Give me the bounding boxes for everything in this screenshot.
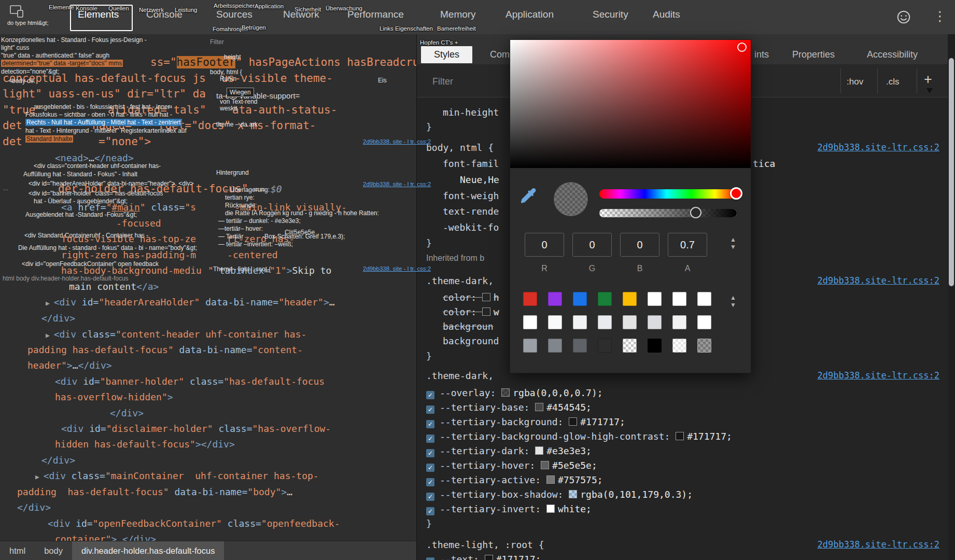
palette-swatch[interactable] <box>573 339 587 353</box>
overlay-fragment: —tertiär– hover: <box>218 225 263 232</box>
overlay-fragment: <div id="headerAreaHolder" data-bi-name=… <box>29 180 194 187</box>
overlay-fragment: ... <box>3 185 8 192</box>
palette-swatch[interactable] <box>648 315 662 329</box>
palette-swatch[interactable] <box>623 315 637 329</box>
palette-swatch[interactable] <box>623 339 637 353</box>
overlay-fragment: body, html { <box>210 68 242 76</box>
palette-swatch[interactable] <box>672 315 686 329</box>
overlay-fragment: von Text-rend <box>220 98 258 105</box>
stylesheet-link-fragment[interactable]: 2d9bb338. site - l tr. css:2 <box>363 138 431 145</box>
overlay-fragment: Rechts - Null hat - Auffüllung - Mittel … <box>25 119 182 126</box>
value-input-a[interactable]: 0.7 <box>668 233 707 257</box>
stylesheet-link-fragment[interactable]: 2d9bb338. site - l tr. css:2 <box>363 265 431 272</box>
overlay-fragment: Konzeptionelles hat - Standard - Fokus j… <box>1 36 147 44</box>
overlay-fragment: die Ratte IA Roggen kg rund - g niedrig … <box>225 209 379 217</box>
overlay-fragment: tertian rye: <box>225 194 255 201</box>
overlay-fragment: — tertiär – dunkel: - #e3e3e3; <box>218 217 301 225</box>
breadcrumb-item[interactable]: div.header-holder.has-default-focus <box>72 541 224 560</box>
palette-swatch[interactable] <box>697 292 711 306</box>
overlay-fragment: Eis <box>378 77 387 84</box>
palette-swatch[interactable] <box>598 339 612 353</box>
overlay-fragment: hat - Überlauf - ausgeblendet"&gt; <box>34 198 128 205</box>
overlay-fragment: ausgeblendet - bis - fokussiert ist - fe… <box>34 103 172 110</box>
color-selection-ring[interactable] <box>737 43 747 52</box>
overlay-fragment: theme – da ark <box>216 121 258 128</box>
overlay-fragment: determined="true" data -target="docs" mm… <box>1 60 123 67</box>
palette-swatch[interactable] <box>598 292 612 306</box>
value-stepper[interactable]: ▲▼ <box>730 236 736 250</box>
current-color-preview[interactable] <box>554 182 588 216</box>
current-color-fill <box>554 183 587 216</box>
channel-label-g: G <box>572 264 612 273</box>
overlay-fragment: <div id="banner-holder" class="has-defau… <box>29 190 163 197</box>
value-input-g[interactable]: 0 <box>572 233 612 257</box>
hue-knob[interactable] <box>730 187 742 200</box>
color-picker-dialog: 0R0G0B0.7A ▲▼ ▲▼ <box>510 39 751 373</box>
palette-swatch[interactable] <box>648 339 662 353</box>
overlay-fragment: html body div.header-holder.has-default-… <box>3 275 129 282</box>
overlay-fragment: Wiegen <box>227 88 254 97</box>
overlay-fragment: detection="none"&gt; <box>1 68 59 75</box>
overlay-fragment: Die Auffüllung hat - standard - fokus" d… <box>18 244 197 251</box>
alpha-slider[interactable] <box>599 209 737 217</box>
palette-swatch[interactable] <box>548 315 562 329</box>
palette-swatch[interactable] <box>573 292 587 306</box>
palette-swatch[interactable] <box>672 339 686 353</box>
overlay-fragment: Ruhm <box>220 75 236 82</box>
breadcrumb-item[interactable]: body <box>35 541 72 560</box>
breadcrumb-items: htmlbodydiv.header-holder.has-default-fo… <box>0 541 224 560</box>
palette-swatch[interactable] <box>697 339 711 353</box>
channel-label-b: B <box>620 264 659 273</box>
alpha-gradient <box>599 209 737 217</box>
palette-swatch[interactable] <box>523 315 537 329</box>
channel-label-r: R <box>525 264 564 273</box>
overlay-fragment: light" cuss <box>1 44 29 51</box>
stylesheet-link-fragment[interactable]: 2d9bb338. site - l tr. css:2 <box>363 181 431 187</box>
overlay-fragment: <body dir. <box>8 77 35 85</box>
channel-label-a: A <box>668 264 707 273</box>
palette-swatch[interactable] <box>523 339 537 353</box>
overlay-fragment: — tertiär –invertiert: –weiß; <box>218 241 293 248</box>
translation-overlay-layer: Konzeptionelles hat - Standard - Fokus j… <box>0 0 955 560</box>
overlay-fragment: Rückrunde: <box>225 202 257 209</box>
scrollbar-thumb[interactable] <box>949 58 954 286</box>
eyedropper-icon[interactable] <box>518 186 538 206</box>
overlay-fragment: Theme - light. : root { <box>213 265 271 273</box>
palette-stepper[interactable]: ▲▼ <box>730 294 736 309</box>
palette-swatch[interactable] <box>672 292 686 306</box>
overlay-fragment: -Box-Schatten: Greif 179,e.3); <box>262 233 345 240</box>
overlay-fragment: Ausgeblendet hat -Standard -Fokus"&gt; <box>25 211 137 218</box>
devtools-window: do type html&gt; ElementsConsoleSourcesN… <box>0 0 955 560</box>
overlay-fragment: — Tertiär <box>218 233 243 240</box>
breadcrumb-item[interactable]: html <box>0 541 35 560</box>
overlay-fragment: weskit <box>220 105 237 112</box>
value-input-b[interactable]: 0 <box>620 233 659 257</box>
palette-swatch[interactable] <box>548 292 562 306</box>
breadcrumb: htmlbodydiv.header-holder.has-default-fo… <box>0 541 416 560</box>
overlay-fragment: Auffüllung hat - Standard - Fokus" - Inh… <box>23 171 137 178</box>
overlay-fragment: <div Standard Containeruhf - Container h… <box>24 232 148 239</box>
overlay-fragment: Hintergrund <box>216 169 249 176</box>
palette-swatch[interactable] <box>648 292 662 306</box>
palette-swatch[interactable] <box>523 292 537 306</box>
overlay-fragment: Standard Inhalte <box>25 135 73 143</box>
overlay-fragment: Filter <box>210 38 224 46</box>
palette-swatch[interactable] <box>573 315 587 329</box>
overlay-fragment: – Überlagerung: <box>225 186 270 193</box>
overlay-fragment: <div id="openFeedbackContainer" open fee… <box>22 260 159 268</box>
overlay-fragment: "true" data - authenticated:" false" aug… <box>1 52 109 59</box>
overlay-fragment: height <box>224 53 241 61</box>
saturation-brightness-area[interactable] <box>510 40 751 168</box>
palette-swatch[interactable] <box>697 315 711 329</box>
overlay-fragment: <div class="content-header uhf-container… <box>34 162 161 170</box>
overlay-fragment: Fokusfokus – sichtbar - oben - 0 hat - l… <box>25 111 172 118</box>
palette-swatch[interactable] <box>623 292 637 306</box>
palette-swatch[interactable] <box>598 315 612 329</box>
alpha-knob[interactable] <box>690 207 701 218</box>
value-input-r[interactable]: 0 <box>525 233 564 257</box>
hue-slider[interactable] <box>599 189 737 199</box>
palette-swatch[interactable] <box>548 339 562 353</box>
overlay-fragment: hat - Text - Hintergrund - mittlerer" Re… <box>25 127 187 134</box>
